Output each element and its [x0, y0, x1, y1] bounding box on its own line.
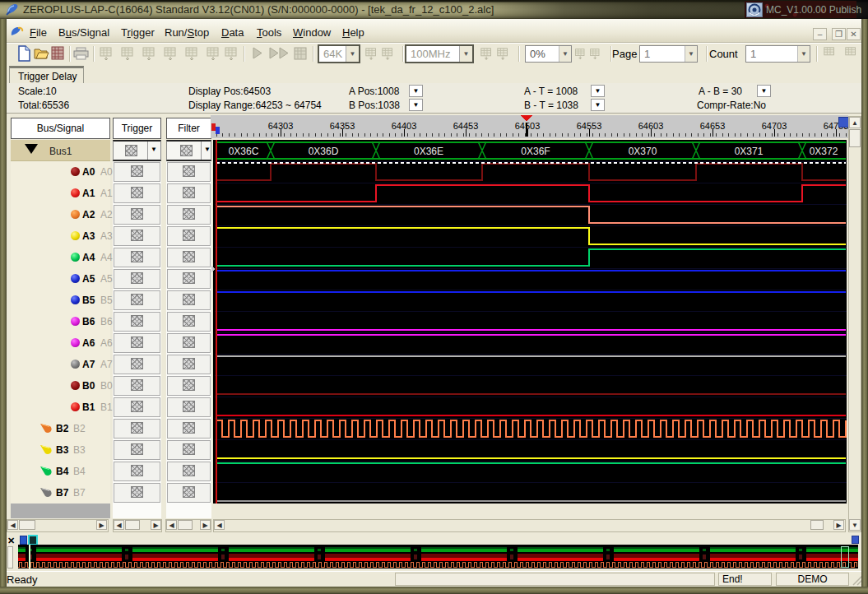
svg-text:0X36F: 0X36F: [521, 146, 550, 157]
svg-text:0X36D: 0X36D: [309, 146, 339, 157]
svg-text:0X36C: 0X36C: [229, 146, 259, 157]
svg-text:0X372: 0X372: [810, 146, 838, 157]
svg-text:0X36E: 0X36E: [414, 146, 443, 157]
svg-text:0X370: 0X370: [629, 146, 657, 157]
svg-text:0X371: 0X371: [735, 146, 764, 157]
